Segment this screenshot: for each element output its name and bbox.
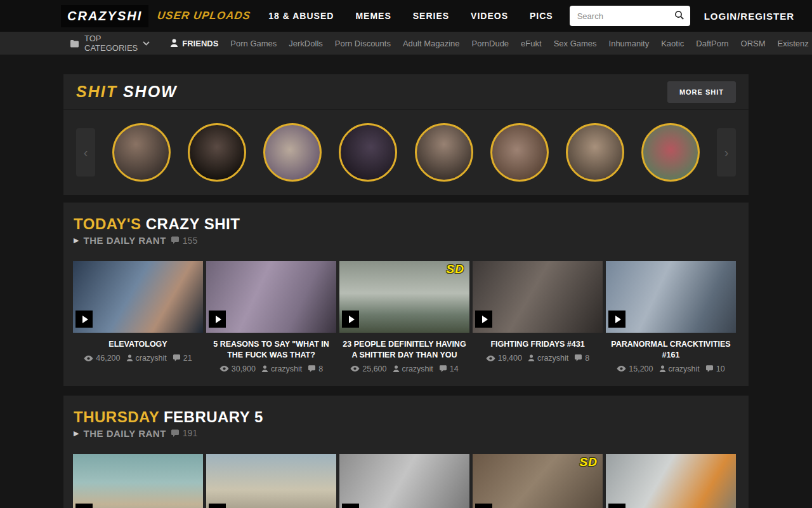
daily-rant-link[interactable]: THE DAILY RANT [83, 235, 166, 246]
person-icon [528, 354, 535, 362]
user-uploads-tagline[interactable]: USER UPLOADS [157, 10, 252, 22]
person-icon [261, 365, 268, 373]
video-card[interactable]: PARANORMAL CRACKTIVITIES #161 15,200 cra… [606, 261, 736, 373]
sd-badge: SD [580, 455, 598, 469]
link-porndude[interactable]: PornDude [472, 39, 509, 48]
play-icon [349, 316, 355, 323]
daily-rant-comments: 191 [171, 428, 197, 438]
video-thumbnail[interactable] [206, 261, 336, 333]
play-button[interactable] [475, 504, 492, 508]
carousel-avatar-4[interactable] [339, 123, 397, 182]
views-stat: 25,600 [350, 364, 386, 373]
carousel-next-button[interactable]: › [717, 128, 736, 177]
link-porn-games[interactable]: Porn Games [230, 39, 277, 48]
video-title[interactable]: ELEVATOLOGY [73, 339, 203, 350]
uploader-stat: crazyshit [126, 354, 167, 363]
play-button[interactable] [75, 311, 93, 328]
nav-memes[interactable]: MEMES [355, 11, 391, 21]
top-categories-dropdown[interactable]: TOP CATEGORIES [70, 34, 150, 53]
link-sex-games[interactable]: Sex Games [554, 39, 597, 48]
sd-badge: SD [447, 262, 464, 276]
video-title[interactable]: 23 PEOPLE DEFINITELY HAVING A SHITTIER D… [339, 339, 469, 361]
chevron-down-icon [143, 41, 150, 46]
play-button[interactable] [342, 311, 359, 328]
carousel-avatar-7[interactable] [566, 123, 624, 182]
video-title[interactable]: FIGHTING FRIDAYS #431 [473, 339, 603, 350]
carousel-prev-button[interactable]: ‹ [76, 128, 95, 177]
carousel-avatar-3[interactable] [263, 123, 322, 182]
nav-pics[interactable]: PICS [530, 11, 553, 21]
play-button[interactable] [209, 311, 226, 328]
login-register-link[interactable]: LOGIN/REGISTER [704, 11, 794, 22]
video-card[interactable]: 5 REASONS TO SAY "WHAT IN THE FUCK WAS T… [206, 261, 336, 373]
daily-rant-row: ▶ THE DAILY RANT 155 [74, 235, 736, 246]
play-icon [615, 316, 621, 323]
top-categories-label: TOP CATEGORIES [84, 34, 138, 53]
video-card[interactable] [339, 454, 469, 508]
secondary-navigation-bar: TOP CATEGORIES FRIENDS Porn Games JerkDo… [0, 32, 812, 55]
section-title-accent: TODAY'S [74, 215, 141, 232]
play-button[interactable] [342, 504, 359, 508]
uploader-name[interactable]: crazyshit [402, 364, 433, 373]
friends-link[interactable]: FRIENDS [170, 39, 218, 48]
carousel-avatar-5[interactable] [415, 123, 473, 182]
person-icon [126, 354, 133, 362]
video-thumbnail[interactable] [339, 454, 469, 508]
play-button[interactable] [475, 311, 492, 328]
uploader-name[interactable]: crazyshit [537, 354, 568, 363]
more-shit-button[interactable]: MORE SHIT [667, 81, 736, 103]
uploader-name[interactable]: crazyshit [271, 364, 302, 373]
video-stats: 19,400 crazyshit 8 [473, 354, 603, 363]
search-button[interactable] [674, 10, 685, 22]
video-card[interactable]: SD [473, 454, 603, 508]
video-card[interactable] [206, 454, 336, 508]
play-icon [82, 316, 88, 323]
video-thumbnail[interactable] [73, 454, 203, 508]
video-thumbnail[interactable] [206, 454, 336, 508]
play-button[interactable] [75, 504, 93, 508]
play-caret-icon: ▶ [74, 236, 79, 244]
link-adult-magazine[interactable]: Adult Magazine [403, 39, 460, 48]
video-thumbnail[interactable] [606, 454, 736, 508]
link-kaotic[interactable]: Kaotic [661, 39, 684, 48]
link-efukt[interactable]: eFukt [521, 39, 542, 48]
nav-videos[interactable]: VIDEOS [471, 11, 508, 21]
comments-count: 8 [318, 364, 323, 373]
video-title[interactable]: 5 REASONS TO SAY "WHAT IN THE FUCK WAS T… [206, 339, 336, 361]
video-thumbnail[interactable]: SD [339, 261, 469, 333]
link-inhumanity[interactable]: Inhumanity [609, 39, 650, 48]
video-thumbnail[interactable] [473, 261, 603, 333]
link-existenz[interactable]: Existenz [778, 39, 809, 48]
play-button[interactable] [608, 504, 625, 508]
site-logo[interactable]: CRAZYSHI [61, 5, 148, 27]
video-card[interactable]: FIGHTING FRIDAYS #431 19,400 crazyshit 8 [473, 261, 603, 373]
views-stat: 30,900 [219, 364, 256, 373]
video-stats: 25,600 crazyshit 14 [339, 364, 469, 373]
nav-18-and-abused[interactable]: 18 & ABUSED [268, 11, 334, 21]
carousel-avatar-2[interactable] [188, 123, 246, 182]
video-card[interactable] [73, 454, 203, 508]
video-card[interactable] [606, 454, 736, 508]
link-orsm[interactable]: ORSM [741, 39, 766, 48]
carousel-avatar-8[interactable] [641, 123, 700, 182]
video-card[interactable]: SD 23 PEOPLE DEFINITELY HAVING A SHITTIE… [339, 261, 469, 373]
play-button[interactable] [608, 311, 625, 328]
play-button[interactable] [209, 504, 226, 508]
uploader-name[interactable]: crazyshit [136, 354, 167, 363]
video-title[interactable]: PARANORMAL CRACKTIVITIES #161 [606, 339, 736, 361]
video-card[interactable]: ELEVATOLOGY 46,200 crazyshit 21 [73, 261, 203, 373]
video-thumbnail[interactable]: SD [473, 454, 603, 508]
link-daftporn[interactable]: DaftPorn [696, 39, 728, 48]
uploader-stat: crazyshit [659, 364, 700, 373]
link-jerkdolls[interactable]: JerkDolls [289, 39, 322, 48]
carousel-avatar-1[interactable] [112, 123, 171, 182]
uploader-name[interactable]: crazyshit [669, 364, 700, 373]
daily-rant-link[interactable]: THE DAILY RANT [83, 428, 166, 439]
link-porn-discounts[interactable]: Porn Discounts [335, 39, 391, 48]
video-thumbnail[interactable] [73, 261, 203, 333]
search-input[interactable] [570, 6, 690, 26]
nav-series[interactable]: SERIES [413, 11, 449, 21]
carousel-avatar-6[interactable] [490, 123, 549, 182]
views-stat: 46,200 [84, 354, 120, 363]
video-thumbnail[interactable] [606, 261, 736, 333]
